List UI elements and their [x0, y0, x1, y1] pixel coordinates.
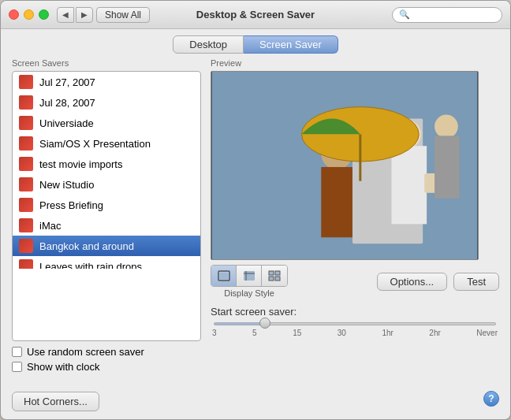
show-clock-row: Show with clock — [12, 361, 201, 373]
maximize-button[interactable] — [39, 9, 49, 20]
list-item[interactable]: Jul 28, 2007 — [13, 92, 200, 113]
fit-icon — [218, 270, 230, 281]
crop-icon — [243, 270, 255, 281]
right-panel: Preview — [211, 58, 499, 373]
tab-bar: Desktop Screen Saver — [1, 29, 510, 58]
display-tile-button[interactable] — [262, 266, 287, 286]
titlebar: ◀ ▶ Show All Desktop & Screen Saver 🔍 — [1, 1, 510, 29]
item-label: Universiade — [39, 117, 94, 129]
content-area: Screen Savers Jul 27, 2007 Jul 28, 2007 … — [1, 58, 510, 381]
main-window: ◀ ▶ Show All Desktop & Screen Saver 🔍 De… — [0, 0, 511, 420]
list-item-bangkok[interactable]: Bangkok and around — [13, 236, 200, 256]
svg-rect-17 — [269, 277, 274, 281]
item-label: Jul 28, 2007 — [39, 97, 95, 109]
item-label: Press Briefing — [39, 199, 103, 211]
forward-button[interactable]: ▶ — [76, 7, 93, 23]
hot-corners-button[interactable]: Hot Corners... — [12, 392, 99, 411]
preview-image — [211, 72, 478, 259]
show-all-button[interactable]: Show All — [96, 7, 150, 23]
preview-area — [211, 71, 479, 260]
minimize-button[interactable] — [24, 9, 34, 20]
screensaver-list: Jul 27, 2007 Jul 28, 2007 Universiade Si… — [12, 71, 201, 341]
svg-point-10 — [435, 115, 458, 139]
tick-2hr: 2hr — [429, 329, 440, 337]
left-bottom: Use random screen saver Show with clock — [12, 341, 201, 373]
window-title: Desktop & Screen Saver — [196, 9, 315, 20]
display-fit-button[interactable] — [211, 266, 237, 286]
display-controls: Display Style Options... Test — [211, 265, 499, 298]
svg-rect-6 — [321, 167, 352, 237]
search-box: 🔍 — [392, 7, 502, 23]
slider-section: Start screen saver: 3 5 15 30 1hr 2hr Ne… — [211, 306, 499, 337]
svg-rect-18 — [275, 277, 280, 281]
help-button[interactable]: ? — [483, 391, 499, 407]
list-item[interactable]: Universiade — [13, 113, 200, 133]
tick-15: 15 — [293, 329, 301, 337]
slider-label: Start screen saver: — [211, 306, 499, 318]
item-label: Siam/OS X Presentation — [39, 138, 151, 150]
item-icon — [19, 136, 33, 151]
screensaver-list-scroll[interactable]: Jul 27, 2007 Jul 28, 2007 Universiade Si… — [13, 72, 200, 269]
svg-rect-14 — [244, 271, 255, 281]
options-test-group: Options... Test — [377, 273, 499, 291]
tab-screensaver[interactable]: Screen Saver — [244, 35, 338, 54]
slider-container — [214, 322, 496, 325]
search-input[interactable] — [413, 10, 495, 20]
test-button[interactable]: Test — [453, 273, 499, 291]
back-button[interactable]: ◀ — [57, 7, 74, 23]
item-label: Jul 27, 2007 — [39, 76, 95, 88]
list-item[interactable]: test movie imports — [13, 154, 200, 174]
item-label: New iStudio — [39, 179, 94, 191]
nav-buttons: ◀ ▶ — [57, 7, 93, 23]
list-item[interactable]: Siam/OS X Presentation — [13, 133, 200, 154]
left-panel: Screen Savers Jul 27, 2007 Jul 28, 2007 … — [12, 58, 201, 373]
options-button[interactable]: Options... — [377, 273, 448, 291]
display-style-group — [211, 265, 288, 287]
slider-thumb[interactable] — [259, 318, 270, 329]
search-icon: 🔍 — [399, 9, 410, 20]
list-item[interactable]: Jul 27, 2007 — [13, 72, 200, 92]
close-button[interactable] — [9, 9, 19, 20]
random-screensaver-row: Use random screen saver — [12, 346, 201, 358]
preview-label: Preview — [211, 58, 499, 68]
random-screensaver-checkbox[interactable] — [12, 347, 22, 357]
item-icon — [19, 177, 33, 191]
display-crop-button[interactable] — [237, 266, 262, 286]
show-clock-checkbox[interactable] — [12, 362, 22, 372]
list-item-press-briefing[interactable]: Press Briefing — [13, 195, 200, 215]
list-item[interactable]: New iStudio — [13, 174, 200, 195]
tick-5: 5 — [252, 329, 257, 337]
random-screensaver-label: Use random screen saver — [27, 346, 144, 358]
list-item[interactable]: iMac — [13, 215, 200, 236]
item-label: Bangkok and around — [39, 240, 134, 252]
item-icon — [19, 218, 33, 232]
item-icon — [19, 239, 33, 253]
item-icon — [19, 75, 33, 89]
item-icon — [19, 116, 33, 130]
tick-1hr: 1hr — [382, 329, 393, 337]
list-item-leaves[interactable]: Leaves with rain drops — [13, 256, 200, 269]
item-label: iMac — [39, 220, 61, 232]
slider-ticks: 3 5 15 30 1hr 2hr Never — [211, 329, 499, 337]
item-icon — [19, 259, 33, 269]
checkboxes: Use random screen saver Show with clock — [12, 346, 201, 373]
item-label: test movie imports — [39, 158, 122, 170]
sidebar-label: Screen Savers — [12, 58, 201, 68]
tick-30: 30 — [338, 329, 346, 337]
item-icon — [19, 95, 33, 110]
svg-rect-16 — [275, 271, 280, 275]
show-clock-label: Show with clock — [27, 361, 99, 373]
svg-rect-11 — [435, 136, 460, 198]
tick-3: 3 — [212, 329, 217, 337]
item-label: Leaves with rain drops — [39, 261, 142, 269]
bottom-bar: Hot Corners... ? — [1, 381, 510, 419]
item-icon — [19, 157, 33, 171]
slider-track — [214, 322, 496, 325]
tile-icon — [268, 270, 281, 281]
svg-rect-15 — [269, 271, 274, 275]
tab-desktop[interactable]: Desktop — [173, 35, 244, 54]
traffic-lights — [9, 9, 49, 20]
item-icon — [19, 198, 33, 212]
tick-never: Never — [476, 329, 498, 337]
svg-rect-3 — [392, 146, 427, 224]
